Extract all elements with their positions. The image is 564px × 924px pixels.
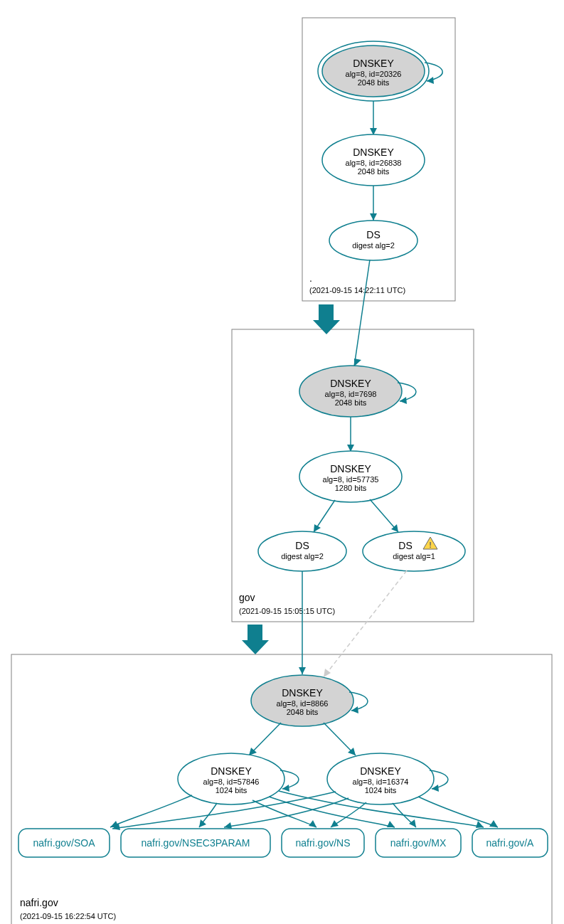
arrow-zsk2-nsec bbox=[224, 822, 232, 829]
rr-mx: nafri.gov/MX bbox=[376, 829, 461, 857]
zone-gov-time: (2021-09-15 15:05:15 UTC) bbox=[239, 607, 335, 615]
arrow-nafri-zsk1-self bbox=[282, 785, 289, 792]
gov-zsk-line1: alg=8, id=57735 bbox=[323, 475, 379, 484]
edge-gov-ds1-nafri-ksk bbox=[324, 570, 407, 677]
svg-text:!: ! bbox=[429, 541, 432, 549]
nafri-zsk1-line1: alg=8, id=57846 bbox=[203, 777, 260, 786]
gov-ksk-line1: alg=8, id=7698 bbox=[325, 390, 377, 398]
edge-zsk1-soa bbox=[110, 795, 192, 827]
node-root-ksk: DNSKEY alg=8, id=20326 2048 bits bbox=[318, 41, 429, 101]
svg-point-7 bbox=[363, 531, 465, 571]
arrow-zsk2-a bbox=[489, 820, 498, 827]
rr-a: nafri.gov/A bbox=[472, 829, 548, 857]
delegation-arrow-gov-nafri bbox=[242, 625, 269, 654]
nafri-zsk2-line1: alg=8, id=16374 bbox=[353, 777, 409, 786]
nafri-zsk1-title: DNSKEY bbox=[211, 765, 252, 777]
root-ds-line1: digest alg=2 bbox=[352, 241, 395, 250]
rr-mx-label: nafri.gov/MX bbox=[390, 837, 447, 849]
zone-nafri-time: (2021-09-15 16:22:54 UTC) bbox=[20, 912, 116, 920]
rr-soa-label: nafri.gov/SOA bbox=[33, 837, 95, 849]
arrow-nafri-zsk2-self bbox=[432, 785, 439, 792]
node-gov-ds1: DS digest alg=1 ! bbox=[363, 531, 465, 571]
root-zsk-line1: alg=8, id=26838 bbox=[346, 159, 402, 167]
arrow-gov-ds2-nafri-ksk bbox=[299, 667, 306, 674]
nafri-zsk2-title: DNSKEY bbox=[360, 765, 401, 777]
rr-ns: nafri.gov/NS bbox=[282, 829, 364, 857]
delegation-arrow-root-gov bbox=[313, 304, 340, 334]
root-zsk-title: DNSKEY bbox=[353, 147, 394, 158]
svg-point-6 bbox=[258, 531, 346, 571]
zone-root-time: (2021-09-15 14:22:11 UTC) bbox=[309, 286, 405, 294]
rr-nsec3param: nafri.gov/NSEC3PARAM bbox=[121, 829, 270, 857]
nafri-zsk1-line2: 1024 bits bbox=[216, 786, 248, 795]
node-nafri-zsk1: DNSKEY alg=8, id=57846 1024 bits bbox=[178, 753, 284, 804]
node-nafri-ksk: DNSKEY alg=8, id=8866 2048 bits bbox=[251, 675, 353, 726]
root-ksk-line1: alg=8, id=20326 bbox=[346, 70, 402, 78]
arrow-root-zsk-ds bbox=[370, 213, 377, 221]
rr-a-label: nafri.gov/A bbox=[486, 837, 535, 849]
gov-ksk-title: DNSKEY bbox=[330, 378, 371, 389]
svg-point-3 bbox=[329, 221, 417, 260]
arrow-nafri-ksk-self bbox=[351, 706, 358, 713]
root-ksk-line2: 2048 bits bbox=[358, 78, 390, 87]
arrow-zsk1-nsec bbox=[199, 819, 206, 827]
gov-zsk-title: DNSKEY bbox=[330, 463, 371, 474]
nafri-zsk2-line2: 1024 bits bbox=[365, 786, 397, 795]
gov-ds2-title: DS bbox=[295, 540, 309, 551]
arrow-gov-ds1-nafri-ksk bbox=[324, 669, 331, 677]
node-root-ds: DS digest alg=2 bbox=[329, 221, 417, 260]
zone-root-label: . bbox=[309, 272, 312, 284]
edge-root-ds-gov-ksk bbox=[354, 260, 370, 366]
arrow-root-ds-gov-ksk bbox=[354, 359, 361, 366]
nafri-ksk-line1: alg=8, id=8866 bbox=[277, 699, 329, 708]
gov-ds2-line1: digest alg=2 bbox=[281, 552, 324, 561]
rr-nsec3param-label: nafri.gov/NSEC3PARAM bbox=[141, 837, 250, 849]
root-ds-title: DS bbox=[366, 229, 380, 240]
arrow-zsk2-ns bbox=[331, 820, 339, 827]
gov-ds1-title: DS bbox=[398, 540, 412, 551]
rr-soa: nafri.gov/SOA bbox=[18, 829, 110, 857]
nafri-ksk-title: DNSKEY bbox=[282, 687, 323, 699]
nafri-ksk-line2: 2048 bits bbox=[287, 708, 319, 716]
node-gov-ksk: DNSKEY alg=8, id=7698 2048 bits bbox=[299, 366, 402, 417]
gov-zsk-line2: 1280 bits bbox=[335, 484, 367, 492]
node-gov-ds2: DS digest alg=2 bbox=[258, 531, 346, 571]
edge-zsk1-ns bbox=[252, 800, 316, 827]
arrow-gov-ksk-self bbox=[400, 397, 407, 404]
dnssec-diagram: . (2021-09-15 14:22:11 UTC) DNSKEY alg=8… bbox=[0, 0, 564, 924]
gov-ds1-line1: digest alg=1 bbox=[393, 552, 435, 561]
zone-gov-label: gov bbox=[239, 592, 255, 603]
root-ksk-title: DNSKEY bbox=[353, 58, 394, 69]
arrow-zsk1-mx bbox=[387, 821, 395, 827]
node-gov-zsk: DNSKEY alg=8, id=57735 1280 bits bbox=[299, 451, 402, 502]
node-nafri-zsk2: DNSKEY alg=8, id=16374 1024 bits bbox=[327, 753, 434, 804]
arrow-gov-zsk-ds2 bbox=[314, 524, 321, 532]
gov-ksk-line2: 2048 bits bbox=[335, 398, 367, 407]
rr-ns-label: nafri.gov/NS bbox=[295, 837, 350, 849]
arrow-zsk2-mx bbox=[409, 819, 416, 827]
root-zsk-line2: 2048 bits bbox=[358, 167, 390, 176]
node-root-zsk: DNSKEY alg=8, id=26838 2048 bits bbox=[322, 134, 425, 186]
zone-nafri-label: nafri.gov bbox=[20, 897, 58, 908]
